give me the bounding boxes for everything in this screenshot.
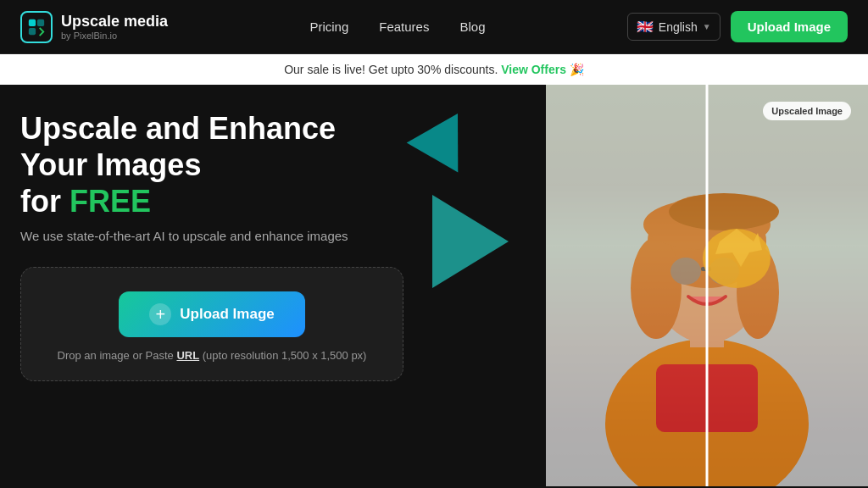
plus-icon: + <box>149 303 171 325</box>
hero-title-for: for <box>20 184 70 219</box>
nav-upload-button[interactable]: Upload Image <box>731 11 848 42</box>
banner-link[interactable]: View Offers <box>501 63 566 76</box>
hero-free-text: FREE <box>70 184 151 219</box>
language-label: English <box>659 20 698 34</box>
drop-hint-suffix: (upto resolution 1,500 x 1,500 px) <box>199 349 366 362</box>
hero-section: Upscale and Enhance Your Images for FREE… <box>0 85 868 486</box>
promo-banner: Our sale is live! Get upto 30% discounts… <box>0 54 868 85</box>
nav-blog[interactable]: Blog <box>459 19 485 34</box>
upload-dropzone[interactable]: + Upload Image Drop an image or Paste UR… <box>20 267 403 381</box>
upload-btn-label: Upload Image <box>180 306 274 323</box>
chevron-down-icon: ▼ <box>703 22 711 31</box>
language-selector[interactable]: 🇬🇧 English ▼ <box>627 13 721 41</box>
banner-emoji: 🎉 <box>570 63 584 76</box>
url-link[interactable]: URL <box>176 349 199 362</box>
hero-title-line1: Upscale and Enhance Your Images <box>20 111 336 182</box>
svg-rect-1 <box>37 19 44 25</box>
navbar: Upscale media by PixelBin.io Pricing Fea… <box>0 0 868 54</box>
hero-left-content: Upscale and Enhance Your Images for FREE… <box>0 85 424 486</box>
nav-features[interactable]: Features <box>379 19 429 34</box>
svg-point-12 <box>669 193 779 230</box>
svg-rect-2 <box>29 27 36 34</box>
comparison-photo: Upscaled Image <box>546 85 868 486</box>
logo-sub-text: by PixelBin.io <box>61 30 168 41</box>
hero-title: Upscale and Enhance Your Images for FREE <box>20 110 403 220</box>
banner-text: Our sale is live! Get upto 30% discounts… <box>284 63 498 76</box>
svg-point-9 <box>631 237 682 339</box>
nav-pricing[interactable]: Pricing <box>309 19 348 34</box>
nav-right: 🇬🇧 English ▼ Upload Image <box>627 11 848 42</box>
logo-main-text: Upscale media <box>61 13 168 31</box>
main-upload-button[interactable]: + Upload Image <box>119 291 304 337</box>
logo-icon <box>20 11 53 43</box>
drop-hint-prefix: Drop an image or Paste <box>58 349 177 362</box>
svg-rect-0 <box>29 19 36 25</box>
logo[interactable]: Upscale media by PixelBin.io <box>20 11 168 43</box>
logo-text: Upscale media by PixelBin.io <box>61 13 168 42</box>
hero-subtitle: We use state-of-the-art AI to upscale an… <box>20 229 403 243</box>
hero-right-image: Upscaled Image <box>424 85 868 486</box>
flag-icon: 🇬🇧 <box>637 19 654 35</box>
drop-hint: Drop an image or Paste URL (upto resolut… <box>58 349 367 362</box>
upscaled-badge: Upscaled Image <box>763 102 851 120</box>
comparison-divider <box>706 85 709 486</box>
nav-links: Pricing Features Blog <box>309 19 485 34</box>
svg-point-13 <box>670 258 701 285</box>
